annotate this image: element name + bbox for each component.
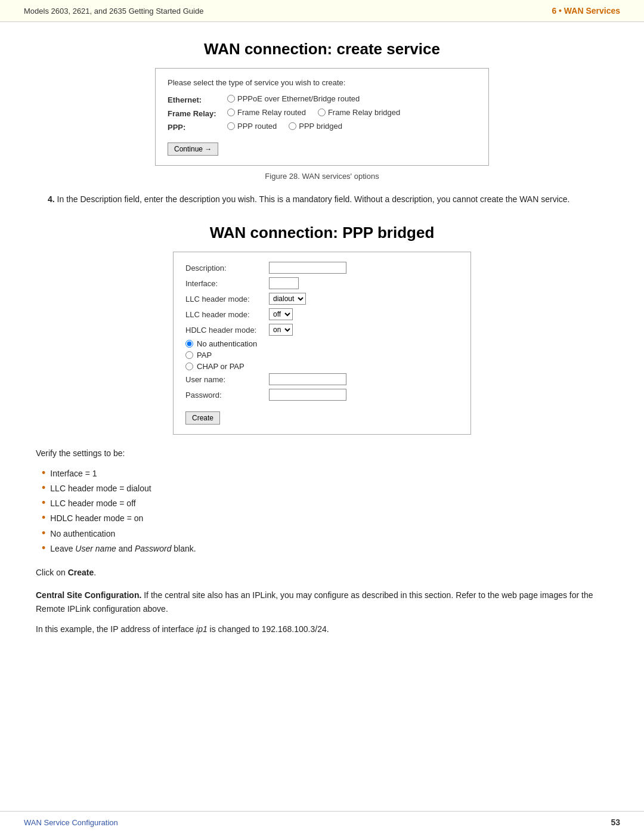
header-title-left: Models 2603, 2621, and 2635 Getting Star… bbox=[24, 7, 203, 16]
continue-button[interactable]: Continue → bbox=[168, 143, 218, 156]
footer-right: 53 bbox=[611, 817, 620, 827]
interface-value: 1 bbox=[269, 277, 299, 289]
llc-header-mode1-select[interactable]: dialout on off bbox=[269, 293, 306, 305]
footer-left: WAN Service Configuration bbox=[24, 818, 118, 827]
create-button[interactable]: Create bbox=[185, 411, 220, 425]
click-on-text: Click on bbox=[36, 568, 68, 577]
llc-header-mode2-value: off on bbox=[269, 308, 293, 320]
ethernet-options: PPPoE over Ethernet/Bridge routed bbox=[227, 94, 360, 103]
verify-bullet-list: Interface = 1 LLC header mode = dialout … bbox=[36, 466, 608, 556]
ethernet-radio[interactable] bbox=[227, 95, 235, 103]
llc-header-mode2-label: LLC header mode: bbox=[185, 310, 269, 319]
bullet-no-auth: No authentication bbox=[42, 527, 608, 541]
description-row: Description: bbox=[185, 262, 459, 274]
ethernet-label: Ethernet: bbox=[168, 94, 227, 104]
no-auth-label: No authentication bbox=[197, 339, 257, 348]
click-on-create: Click on Create. bbox=[36, 566, 608, 579]
central-italic: ip1 bbox=[196, 624, 208, 634]
interface-input[interactable]: 1 bbox=[269, 277, 299, 289]
bullet-hdlc: HDLC header mode = on bbox=[42, 511, 608, 526]
password-label: Password: bbox=[185, 391, 269, 400]
password-input[interactable] bbox=[269, 389, 346, 401]
bullet-llc2: LLC header mode = off bbox=[42, 496, 608, 511]
hdlc-header-mode-select[interactable]: on off bbox=[269, 324, 293, 336]
pap-label: PAP bbox=[197, 351, 212, 360]
ppp-bridged-radio[interactable] bbox=[289, 122, 296, 130]
ppp-bridged-option[interactable]: PPP bridged bbox=[289, 122, 342, 131]
pap-radio-row: PAP bbox=[185, 351, 459, 360]
username-value bbox=[269, 373, 346, 385]
section1-title: WAN connection: create service bbox=[36, 40, 608, 58]
click-on-bold: Create bbox=[68, 568, 94, 577]
frame-relay-row: Frame Relay: Frame Relay routed Frame Re… bbox=[168, 108, 476, 118]
footer-bar: WAN Service Configuration 53 bbox=[0, 811, 644, 833]
no-auth-radio[interactable] bbox=[185, 340, 193, 348]
central-text3: is changed to 192.168.100.3/24. bbox=[208, 624, 329, 634]
llc-header-mode1-row: LLC header mode: dialout on off bbox=[185, 293, 459, 305]
ppp-form-box: Description: Interface: 1 LLC header mod… bbox=[173, 252, 471, 435]
hdlc-header-mode-label: HDLC header mode: bbox=[185, 326, 269, 335]
llc-header-mode2-select[interactable]: off on bbox=[269, 308, 293, 320]
llc-header-mode2-row: LLC header mode: off on bbox=[185, 308, 459, 320]
password-value bbox=[269, 389, 346, 401]
username-label: User name: bbox=[185, 375, 269, 384]
chap-label: CHAP or PAP bbox=[197, 362, 244, 371]
ppp-routed-option[interactable]: PPP routed bbox=[227, 122, 277, 131]
pap-radio[interactable] bbox=[185, 351, 193, 359]
description-value bbox=[269, 262, 346, 274]
create-service-form-box: Please select the type of service you wi… bbox=[155, 68, 489, 166]
header-bar: Models 2603, 2621, and 2635 Getting Star… bbox=[0, 0, 644, 22]
description-label: Description: bbox=[185, 264, 269, 272]
create-service-intro: Please select the type of service you wi… bbox=[168, 78, 476, 87]
central-para1: Central Site Configuration. If the centr… bbox=[36, 589, 608, 615]
frame-relay-label: Frame Relay: bbox=[168, 108, 227, 118]
wan-create-service-section: WAN connection: create service Please se… bbox=[36, 40, 608, 181]
password-row: Password: bbox=[185, 389, 459, 401]
chap-radio-row: CHAP or PAP bbox=[185, 362, 459, 371]
frame-relay-bridged-option[interactable]: Frame Relay bridged bbox=[318, 108, 400, 117]
wan-ppp-bridged-section: WAN connection: PPP bridged Description:… bbox=[36, 224, 608, 435]
frame-relay-options: Frame Relay routed Frame Relay bridged bbox=[227, 108, 400, 117]
central-text2: In this example, the IP address of inter… bbox=[36, 624, 196, 634]
bullet-blank: Leave User name and Password blank. bbox=[42, 541, 608, 556]
interface-row: Interface: 1 bbox=[185, 277, 459, 289]
central-para2: In this example, the IP address of inter… bbox=[36, 623, 608, 636]
interface-label: Interface: bbox=[185, 279, 269, 288]
no-auth-radio-row: No authentication bbox=[185, 339, 459, 348]
frame-relay-routed-option[interactable]: Frame Relay routed bbox=[227, 108, 306, 117]
frame-relay-routed-radio[interactable] bbox=[227, 109, 235, 116]
step4-content: In the Description field, enter the desc… bbox=[57, 194, 570, 204]
header-title-right: 6 • WAN Services bbox=[552, 6, 620, 16]
step4-number: 4. bbox=[48, 194, 55, 204]
bullet-llc1: LLC header mode = dialout bbox=[42, 481, 608, 496]
username-row: User name: bbox=[185, 373, 459, 385]
bullet-interface: Interface = 1 bbox=[42, 466, 608, 481]
ppp-options: PPP routed PPP bridged bbox=[227, 122, 342, 131]
llc-header-mode1-value: dialout on off bbox=[269, 293, 306, 305]
section2-title: WAN connection: PPP bridged bbox=[36, 224, 608, 242]
ethernet-row: Ethernet: PPPoE over Ethernet/Bridge rou… bbox=[168, 94, 476, 104]
step4-text: 4. In the Description field, enter the d… bbox=[36, 193, 608, 206]
ppp-label: PPP: bbox=[168, 122, 227, 132]
main-content: WAN connection: create service Please se… bbox=[0, 22, 644, 667]
figure-caption: Figure 28. WAN services' options bbox=[36, 172, 608, 181]
ppp-row: PPP: PPP routed PPP bridged bbox=[168, 122, 476, 132]
frame-relay-bridged-radio[interactable] bbox=[318, 109, 326, 116]
ppp-routed-radio[interactable] bbox=[227, 122, 235, 130]
click-on-period: . bbox=[94, 568, 96, 577]
username-input[interactable] bbox=[269, 373, 346, 385]
verify-intro: Verify the settings to be: bbox=[36, 447, 608, 460]
llc-header-mode1-label: LLC header mode: bbox=[185, 295, 269, 304]
chap-radio[interactable] bbox=[185, 363, 193, 370]
hdlc-header-mode-row: HDLC header mode: on off bbox=[185, 324, 459, 336]
hdlc-header-mode-value: on off bbox=[269, 324, 293, 336]
description-input[interactable] bbox=[269, 262, 346, 274]
ethernet-option1[interactable]: PPPoE over Ethernet/Bridge routed bbox=[227, 94, 360, 103]
central-bold: Central Site Configuration. bbox=[36, 590, 141, 600]
